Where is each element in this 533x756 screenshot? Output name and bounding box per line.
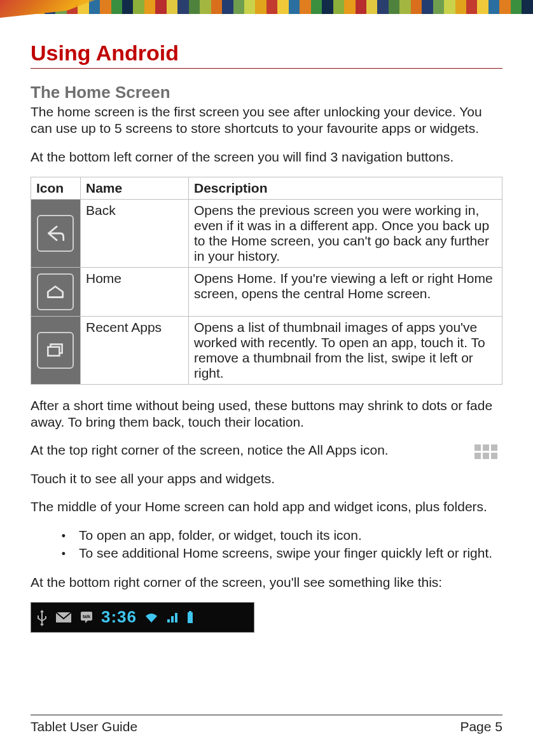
bullet-list: To open an app, folder, or widget, touch… bbox=[75, 526, 502, 563]
section-heading: The Home Screen bbox=[31, 83, 502, 102]
nav-desc: Opens the previous screen you were worki… bbox=[189, 199, 502, 267]
footer-page: Page 5 bbox=[460, 719, 502, 734]
after-table-paragraph: After a short time without being used, t… bbox=[31, 397, 502, 431]
intro-paragraph-2: At the bottom left corner of the screen … bbox=[31, 149, 502, 165]
signal-icon bbox=[166, 611, 179, 624]
nav-desc: Opens a list of thumbnail images of apps… bbox=[189, 316, 502, 384]
bottom-right-paragraph: At the bottom right corner of the screen… bbox=[31, 574, 502, 591]
svg-rect-6 bbox=[189, 611, 191, 612]
table-row: Home Opens Home. If you're viewing a lef… bbox=[31, 267, 502, 316]
table-row: Recent Apps Opens a list of thumbnail im… bbox=[31, 316, 502, 384]
middle-paragraph: The middle of your Home screen can hold … bbox=[31, 498, 502, 515]
footer-title: Tablet User Guide bbox=[31, 719, 137, 734]
wifi-icon bbox=[144, 611, 158, 624]
svg-rect-1 bbox=[48, 347, 59, 355]
col-name: Name bbox=[81, 177, 189, 199]
table-header-row: Icon Name Description bbox=[31, 177, 502, 199]
page-heading: Using Android bbox=[31, 41, 502, 69]
touch-paragraph: Touch it to see all your apps and widget… bbox=[31, 471, 502, 487]
svg-text:talk: talk bbox=[83, 614, 90, 619]
all-apps-paragraph: At the top right corner of the screen, n… bbox=[31, 442, 464, 458]
battery-icon bbox=[186, 610, 194, 624]
page-footer: Tablet User Guide Page 5 bbox=[31, 715, 502, 734]
clock-time: 3:36 bbox=[101, 607, 137, 627]
home-icon bbox=[37, 273, 74, 310]
usb-icon bbox=[36, 608, 48, 626]
all-apps-icon bbox=[474, 444, 502, 459]
talk-icon: talk bbox=[80, 610, 93, 624]
col-description: Description bbox=[189, 177, 502, 199]
intro-paragraph-1: The home screen is the first screen you … bbox=[31, 104, 502, 137]
svg-rect-5 bbox=[188, 612, 193, 623]
nav-buttons-table: Icon Name Description Back Opens the pre… bbox=[31, 177, 502, 385]
nav-name: Recent Apps bbox=[81, 316, 189, 384]
list-item: To open an app, folder, or widget, touch… bbox=[75, 526, 502, 544]
mail-icon bbox=[55, 611, 72, 624]
back-icon bbox=[37, 215, 74, 252]
list-item: To see additional Home screens, swipe yo… bbox=[75, 544, 502, 562]
col-icon: Icon bbox=[31, 177, 81, 199]
nav-name: Back bbox=[81, 199, 189, 267]
recent-apps-icon bbox=[37, 332, 74, 369]
nav-name: Home bbox=[81, 267, 189, 316]
table-row: Back Opens the previous screen you were … bbox=[31, 199, 502, 267]
status-bar: talk 3:36 bbox=[31, 602, 254, 633]
nav-desc: Opens Home. If you're viewing a left or … bbox=[189, 267, 502, 316]
